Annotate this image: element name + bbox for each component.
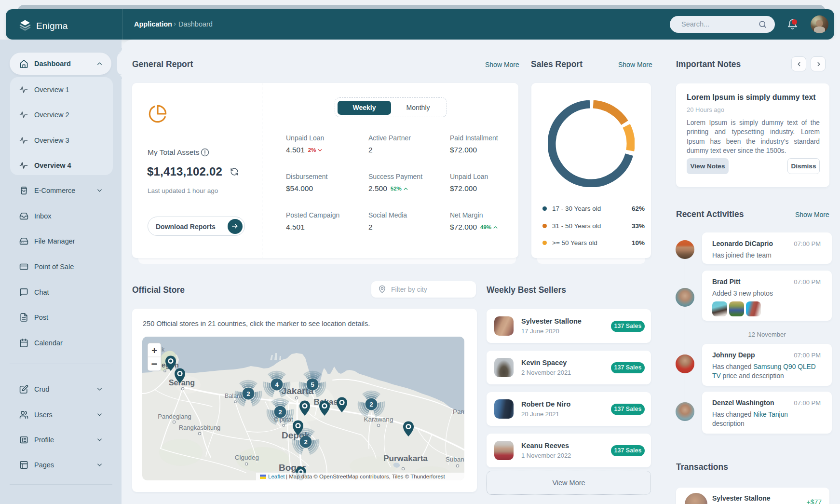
svg-text:Karawang: Karawang xyxy=(364,416,393,423)
svg-text:2: 2 xyxy=(369,401,373,408)
svg-text:Purwakarta: Purwakarta xyxy=(383,454,428,463)
svg-text:−: − xyxy=(151,358,158,370)
svg-text:| Map data © OpenStreetMap con: | Map data © OpenStreetMap contributors,… xyxy=(286,474,446,479)
svg-text:4: 4 xyxy=(275,381,279,388)
svg-text:Subang: Subang xyxy=(446,456,464,463)
svg-text:2: 2 xyxy=(246,390,250,397)
svg-text:Cigudeg: Cigudeg xyxy=(235,454,259,461)
svg-text:Rangkasbitung: Rangkasbitung xyxy=(179,424,221,431)
svg-text:2: 2 xyxy=(304,438,307,446)
svg-text:Pandeglang: Pandeglang xyxy=(158,413,191,420)
svg-text:5: 5 xyxy=(311,381,314,388)
svg-text:k: k xyxy=(162,346,165,353)
svg-text:Leaflet: Leaflet xyxy=(268,474,285,479)
svg-text:2: 2 xyxy=(278,409,282,416)
svg-text:Pamanukan: Pamanukan xyxy=(453,408,464,415)
svg-text:+: + xyxy=(151,345,157,356)
